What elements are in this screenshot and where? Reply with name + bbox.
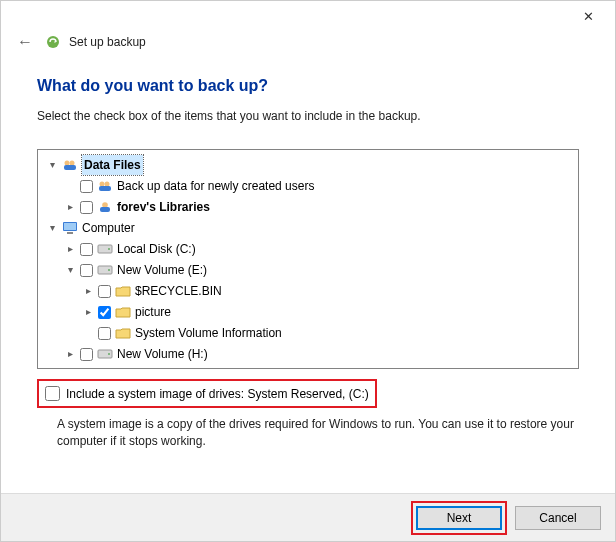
folder-icon (115, 283, 131, 299)
chevron-right-icon[interactable]: ▸ (82, 281, 94, 301)
instruction-text: Select the check box of the items that y… (37, 109, 579, 123)
checkbox-forev-libraries[interactable] (80, 201, 93, 214)
checkbox-new-volume-h[interactable] (80, 348, 93, 361)
checkbox-backup-new-users[interactable] (80, 180, 93, 193)
chevron-down-icon[interactable]: ▾ (46, 218, 58, 238)
svg-point-2 (70, 161, 75, 166)
cancel-button[interactable]: Cancel (515, 506, 601, 530)
tree-label: picture (135, 302, 171, 322)
checkbox-system-image[interactable] (45, 386, 60, 401)
next-button-highlight: Next (411, 501, 507, 535)
svg-point-1 (65, 161, 70, 166)
close-icon: ✕ (583, 9, 594, 24)
tree-node-forev-libraries[interactable]: ▸ forev's Libraries (64, 197, 210, 217)
back-button[interactable]: ← (13, 31, 37, 53)
close-button[interactable]: ✕ (567, 2, 609, 30)
chevron-right-icon[interactable]: ▸ (64, 239, 76, 259)
chevron-down-icon[interactable]: ▾ (46, 155, 58, 175)
svg-rect-11 (67, 232, 73, 234)
checkbox-new-volume-e[interactable] (80, 264, 93, 277)
backup-app-icon (45, 34, 61, 50)
svg-point-15 (108, 269, 110, 271)
chevron-right-icon[interactable]: ▸ (64, 344, 76, 364)
svg-rect-10 (64, 223, 76, 230)
content-area: What do you want to back up? Select the … (1, 59, 615, 450)
svg-point-13 (108, 248, 110, 250)
tree-node-new-volume-e[interactable]: ▾ New Volume (E:) (64, 260, 207, 280)
system-image-hint: A system image is a copy of the drives r… (57, 416, 577, 450)
svg-point-7 (102, 202, 108, 208)
window-title: Set up backup (69, 35, 146, 49)
tree-node-computer[interactable]: ▾ Computer (46, 218, 135, 238)
checkbox-sys-vol-info[interactable] (98, 327, 111, 340)
tree-label: New Volume (H:) (117, 344, 208, 364)
backup-tree[interactable]: ▾ Data Files ▸ (37, 149, 579, 369)
tree-node-recycle-bin[interactable]: ▸ $RECYCLE.BIN (82, 281, 222, 301)
svg-point-4 (100, 182, 105, 187)
drive-icon (97, 346, 113, 362)
tree-node-sys-vol-info[interactable]: ▸ System Volume Information (82, 323, 282, 343)
svg-point-0 (47, 36, 59, 48)
folder-icon (115, 325, 131, 341)
tree-label: forev's Libraries (117, 197, 210, 217)
svg-point-5 (105, 182, 110, 187)
chevron-down-icon[interactable]: ▾ (64, 260, 76, 280)
tree-label: Data Files (82, 155, 143, 175)
tree-label: Local Disk (C:) (117, 239, 196, 259)
next-button[interactable]: Next (416, 506, 502, 530)
svg-point-17 (108, 353, 110, 355)
svg-rect-8 (100, 207, 110, 212)
title-bar: ✕ (1, 1, 615, 31)
chevron-right-icon[interactable]: ▸ (82, 302, 94, 322)
svg-rect-6 (99, 186, 111, 191)
tree-label: System Volume Information (135, 323, 282, 343)
tree-node-new-volume-h[interactable]: ▸ New Volume (H:) (64, 344, 208, 364)
dialog-footer: Next Cancel (1, 493, 615, 541)
users-icon (97, 178, 113, 194)
tree-label: New Volume (E:) (117, 260, 207, 280)
user-icon (97, 199, 113, 215)
tree-label: Computer (82, 218, 135, 238)
folder-icon (115, 304, 131, 320)
tree-node-data-files[interactable]: ▾ Data Files (46, 155, 143, 175)
drive-icon (97, 262, 113, 278)
computer-icon (62, 220, 78, 236)
tree-node-picture[interactable]: ▸ picture (82, 302, 171, 322)
system-image-label: Include a system image of drives: System… (66, 387, 369, 401)
tree-node-local-disk-c[interactable]: ▸ Local Disk (C:) (64, 239, 196, 259)
checkbox-recycle-bin[interactable] (98, 285, 111, 298)
checkbox-local-disk-c[interactable] (80, 243, 93, 256)
tree-label: Back up data for newly created users (117, 176, 314, 196)
users-icon (62, 157, 78, 173)
chevron-right-icon[interactable]: ▸ (64, 197, 76, 217)
page-heading: What do you want to back up? (37, 77, 579, 95)
tree-label: $RECYCLE.BIN (135, 281, 222, 301)
header-row: ← Set up backup (1, 31, 615, 59)
tree-node-backup-new-users[interactable]: ▸ Back up data for newly created users (64, 176, 314, 196)
system-image-row: Include a system image of drives: System… (37, 379, 377, 408)
checkbox-picture[interactable] (98, 306, 111, 319)
svg-rect-3 (64, 165, 76, 170)
drive-icon (97, 241, 113, 257)
